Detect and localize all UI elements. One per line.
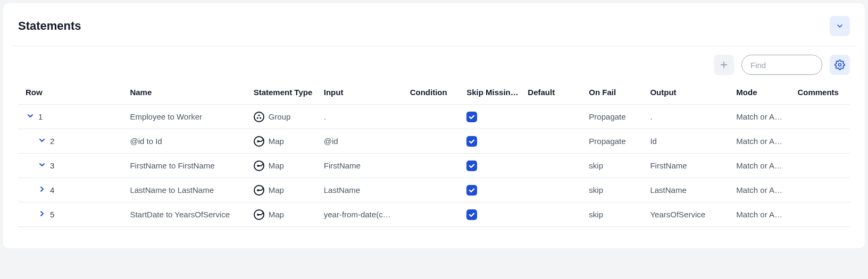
cell-condition <box>406 202 463 227</box>
cell-default <box>523 154 585 178</box>
plus-icon <box>719 60 729 70</box>
cell-condition <box>406 129 463 154</box>
table-header-row: Row Name Statement Type Input Condition … <box>18 82 850 105</box>
row-expand-toggle[interactable] <box>37 210 47 219</box>
row-expand-toggle[interactable] <box>37 137 47 146</box>
row-expand-toggle[interactable] <box>37 185 47 195</box>
cell-skip <box>462 154 523 178</box>
cell-name: FirstName to FirstName <box>126 154 249 178</box>
cell-condition <box>406 105 463 129</box>
cell-onfail: skip <box>585 178 646 202</box>
chevron-right-icon <box>38 209 46 219</box>
row-number: 5 <box>50 210 54 219</box>
check-icon <box>468 138 475 145</box>
statement-type-label: Map <box>269 185 284 195</box>
cell-statement-type: Map <box>254 160 315 171</box>
table-row[interactable]: 3FirstName to FirstNameMapFirstNameskipF… <box>18 154 850 178</box>
chevron-right-icon <box>38 185 46 195</box>
table-row[interactable]: 4LastName to LastNameMapLastNameskipLast… <box>18 178 850 202</box>
cell-input: FirstName <box>320 154 406 178</box>
cell-mode: Match or A… <box>732 105 793 129</box>
cell-output: YearsOfService <box>646 202 732 227</box>
skip-missing-checkbox[interactable] <box>466 136 477 147</box>
map-icon <box>254 209 264 220</box>
cell-condition <box>406 178 463 202</box>
chevron-down-icon <box>38 160 46 171</box>
panel-header: Statements <box>18 16 850 36</box>
svg-point-5 <box>260 117 261 119</box>
col-name[interactable]: Name <box>126 82 249 105</box>
statement-type-label: Map <box>269 137 284 146</box>
cell-mode: Match or A… <box>732 178 793 202</box>
row-expand-toggle[interactable] <box>37 161 47 171</box>
col-output[interactable]: Output <box>646 82 732 105</box>
cell-output: . <box>646 105 732 129</box>
table-row[interactable]: 5StartDate to YearsOfServiceMapyear-from… <box>18 202 850 227</box>
cell-input: year-from-date(c… <box>320 202 406 227</box>
collapse-panel-button[interactable] <box>830 16 850 36</box>
cell-input: @id <box>320 129 406 154</box>
statements-table: Row Name Statement Type Input Condition … <box>18 82 850 227</box>
row-number: 4 <box>50 185 54 195</box>
col-stype[interactable]: Statement Type <box>249 82 320 105</box>
col-default[interactable]: Default <box>523 82 585 105</box>
check-icon <box>468 162 475 170</box>
cell-onfail: Propagate <box>585 129 646 154</box>
col-mode[interactable]: Mode <box>732 82 793 105</box>
toolbar <box>18 55 850 82</box>
group-icon <box>254 112 264 122</box>
col-skip[interactable]: Skip Missin… <box>462 82 523 105</box>
chevron-down-icon <box>26 112 35 122</box>
skip-missing-checkbox[interactable] <box>466 160 477 171</box>
cell-mode: Match or A… <box>732 202 793 227</box>
cell-name: LastName to LastName <box>126 178 249 202</box>
cell-output: LastName <box>646 178 732 202</box>
cell-statement-type: Map <box>254 136 315 147</box>
cell-input: . <box>320 105 406 129</box>
cell-skip <box>462 178 523 202</box>
chevron-down-icon <box>836 22 844 30</box>
skip-missing-checkbox[interactable] <box>466 209 477 220</box>
row-number: 3 <box>50 161 54 170</box>
find-input[interactable] <box>741 55 822 75</box>
col-onfail[interactable]: On Fail <box>585 82 646 105</box>
cell-onfail: skip <box>585 202 646 227</box>
settings-button[interactable] <box>830 55 850 75</box>
divider <box>12 46 856 46</box>
col-condition[interactable]: Condition <box>406 82 463 105</box>
cell-default <box>523 129 585 154</box>
col-row[interactable]: Row <box>18 82 126 105</box>
statement-type-label: Group <box>269 112 291 121</box>
cell-onfail: Propagate <box>585 105 646 129</box>
check-icon <box>468 113 475 121</box>
statement-type-label: Map <box>269 210 284 219</box>
statement-type-label: Map <box>269 161 284 170</box>
cell-mode: Match or A… <box>732 129 793 154</box>
cell-statement-type: Map <box>254 209 315 220</box>
cell-default <box>523 202 585 227</box>
cell-statement-type: Group <box>254 112 315 122</box>
check-icon <box>468 211 475 218</box>
col-comments[interactable]: Comments <box>793 82 850 105</box>
cell-skip <box>462 202 523 227</box>
col-input[interactable]: Input <box>320 82 406 105</box>
row-expand-toggle[interactable] <box>26 112 35 122</box>
svg-point-4 <box>256 117 258 119</box>
map-icon <box>254 185 264 196</box>
skip-missing-checkbox[interactable] <box>466 185 477 196</box>
cell-name: @id to Id <box>126 129 249 154</box>
cell-comments <box>793 105 850 129</box>
cell-mode: Match or A… <box>732 154 793 178</box>
cell-output: Id <box>646 129 732 154</box>
map-icon <box>254 136 264 147</box>
cell-statement-type: Map <box>254 185 315 196</box>
add-statement-button[interactable] <box>714 55 734 75</box>
skip-missing-checkbox[interactable] <box>466 112 477 122</box>
table-row[interactable]: 2@id to IdMap@idPropagateIdMatch or A… <box>18 129 850 154</box>
cell-output: FirstName <box>646 154 732 178</box>
cell-skip <box>462 129 523 154</box>
gear-icon <box>834 60 845 70</box>
cell-input: LastName <box>320 178 406 202</box>
table-row[interactable]: 1Employee to WorkerGroup.Propagate.Match… <box>18 105 850 129</box>
cell-name: Employee to Worker <box>126 105 249 129</box>
